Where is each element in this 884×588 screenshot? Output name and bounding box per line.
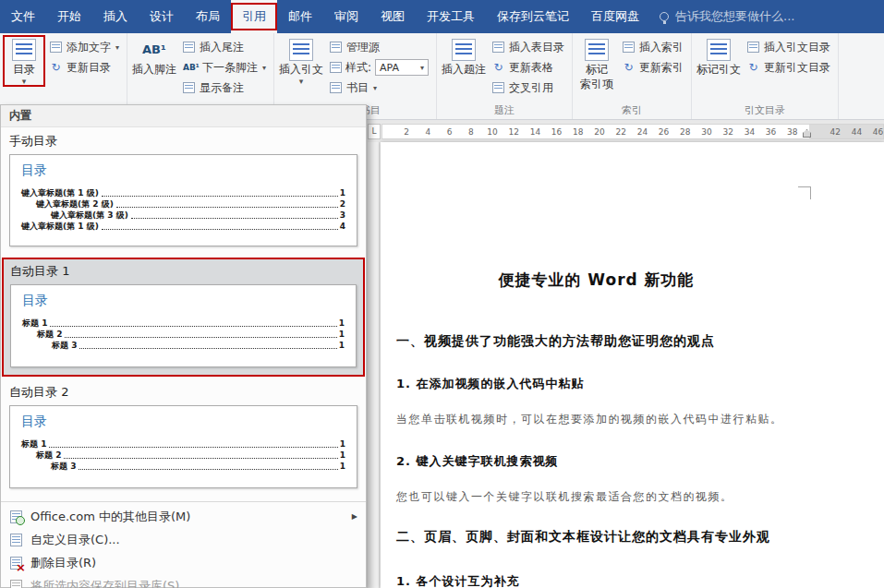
toc-entry-text: 键入章标题(第 2 级) [36, 198, 114, 210]
ribbon-tab[interactable]: 设计 [139, 0, 185, 33]
style-row: 样式: APA ▾ [325, 57, 433, 78]
insert-citation-icon [289, 39, 313, 61]
menu-item[interactable]: 删除目录(R) ▶ [1, 551, 366, 574]
ruler-number: 12 [508, 127, 518, 137]
menu-item-label: 将所选内容保存到目录库(S)... [30, 578, 191, 588]
insert-footnote-button[interactable]: AB¹ 插入脚注 [130, 35, 178, 78]
insert-caption-label: 插入题注 [442, 63, 486, 76]
ribbon-tab[interactable]: 保存到云笔记 [486, 0, 580, 33]
ruler-number: 32 [722, 127, 733, 137]
ruler-number: 6 [447, 127, 453, 137]
ribbon-tab[interactable]: 百度网盘 [580, 0, 650, 33]
document-heading-design: 二、页眉、页脚、封面和文本框设计让您的文档具有专业外观 [396, 529, 796, 546]
tell-me[interactable]: 告诉我您想要做什么... [660, 0, 794, 33]
refresh-icon: ↻ [492, 62, 504, 73]
ribbon-tab[interactable]: 插入 [92, 0, 139, 33]
ruler-number: 2 [404, 127, 409, 137]
update-toc-button[interactable]: ↻ 更新目录 [45, 57, 124, 78]
index-group-label: 索引 [573, 103, 691, 117]
document-body-paste: 当您单击联机视频时，可以在想要添加的视频的嵌入代码中进行粘贴。 [396, 412, 796, 427]
insert-table-of-figures-button[interactable]: 插入表目录 [488, 37, 569, 57]
menu-item[interactable]: 自定义目录(C)... ▶ [1, 528, 366, 551]
ruler-number: 8 [468, 127, 474, 137]
tab-stop-selector[interactable]: L [368, 124, 381, 139]
ribbon-tab-label: 文件 [11, 8, 35, 25]
ribbon-tab[interactable]: 开始 [46, 0, 92, 33]
toc-entry-text: 标题 2 [37, 329, 62, 340]
ribbon-tab[interactable]: 邮件 [277, 0, 323, 33]
style-icon [330, 62, 342, 73]
show-notes-button[interactable]: 显示备注 [178, 78, 271, 98]
manage-sources-button[interactable]: 管理源 [325, 37, 433, 57]
bibliography-button[interactable]: 书目 ▾ [325, 78, 433, 98]
insert-caption-button[interactable]: 插入题注 [440, 35, 488, 78]
update-table-of-authorities-button[interactable]: ↻ 更新引文目录 [743, 57, 835, 78]
document-body-search: 您也可以键入一个关键字以联机搜索最适合您的文档的视频。 [396, 489, 796, 505]
ribbon-tab[interactable]: 引用 [231, 0, 277, 33]
automatic-toc-2-option[interactable]: 自动目录 2 目录 标题 1 1 标题 2 1 [1, 378, 366, 498]
ribbon-tab-label: 引用 [242, 8, 266, 25]
toc-entry-text: 标题 2 [36, 450, 61, 461]
save-gallery-icon [10, 580, 22, 588]
ruler-number: 28 [680, 127, 690, 137]
ruler-number: 38 [787, 127, 797, 137]
toc-dot-leader [50, 326, 336, 327]
insert-table-of-authorities-button[interactable]: 插入引文目录 [743, 37, 835, 57]
automatic-toc-1-option[interactable]: 自动目录 1 目录 标题 1 1 标题 2 1 [2, 258, 365, 377]
table-of-authorities-group: 标记引文 插入引文目录 ↻ 更新引文目录 引文目录 [692, 33, 839, 119]
automatic-toc-1-preview: 目录 标题 1 1 标题 2 1 标 [10, 284, 357, 367]
mark-entry-button[interactable]: 标记 索引项 [575, 35, 618, 92]
endnote-icon [183, 42, 195, 53]
ribbon-tab-label: 开发工具 [427, 8, 475, 25]
toc-preview-heading: 目录 [21, 162, 345, 179]
document-title: 便捷专业的 Word 新功能 [396, 270, 796, 291]
ribbon-tab[interactable]: 开发工具 [416, 0, 486, 33]
insert-endnote-button[interactable]: 插入尾注 [178, 37, 271, 57]
citation-style-select[interactable]: APA ▾ [375, 59, 429, 76]
toc-preview-entry: 标题 1 1 [21, 438, 345, 450]
insert-citation-button[interactable]: 插入引文 ▾ [277, 35, 325, 87]
toc-button-label: 目录 [13, 63, 35, 76]
ruler-number: 24 [637, 127, 648, 137]
toc-preview-entry: 标题 2 1 [37, 329, 345, 340]
mark-citation-button[interactable]: 标记引文 [695, 35, 743, 78]
add-text-label: 添加文字 [67, 40, 111, 55]
office-toc-icon [10, 510, 22, 523]
horizontal-ruler[interactable]: 2468101214161820222426283032343638424446 [381, 124, 884, 139]
manual-toc-title: 手动目录 [9, 133, 357, 150]
ribbon-tab[interactable]: 审阅 [323, 0, 369, 33]
vertical-ruler [368, 142, 380, 588]
update-table-button[interactable]: ↻ 更新表格 [488, 57, 569, 78]
menu-item-label: 删除目录(R) [30, 555, 96, 571]
chevron-down-icon: ▾ [115, 43, 119, 52]
table-of-figures-icon [492, 42, 504, 53]
update-table-of-authorities-label: 更新引文目录 [764, 60, 830, 76]
index-group: 标记 索引项 插入索引 ↻ 更新索引 索引 [573, 33, 692, 119]
ribbon-tab-label: 插入 [103, 8, 127, 25]
next-footnote-button[interactable]: AB¹ 下一条脚注 ▾ [178, 57, 271, 78]
document-page[interactable]: 便捷专业的 Word 新功能 一、视频提供了功能强大的方法帮助您证明您的观点 1… [381, 142, 884, 588]
toc-preview-entry: 标题 3 1 [52, 340, 345, 351]
ribbon-tab[interactable]: 文件 [0, 0, 46, 33]
add-text-button[interactable]: 添加文字 ▾ [45, 37, 124, 57]
chevron-down-icon: ▾ [22, 78, 27, 85]
toc-button[interactable]: 目录 ▾ [3, 35, 45, 87]
table-of-authorities-icon [747, 42, 759, 53]
ribbon-tab[interactable]: 布局 [185, 0, 231, 33]
cross-reference-icon [492, 82, 504, 93]
insert-table-of-figures-label: 插入表目录 [509, 40, 564, 55]
insert-index-button[interactable]: 插入索引 [618, 37, 688, 57]
menu-item[interactable]: 将所选内容保存到目录库(S)... ▶ [1, 574, 366, 588]
toc-entry-text: 键入章标题(第 1 级) [21, 221, 99, 232]
update-index-button[interactable]: ↻ 更新索引 [618, 57, 688, 78]
manual-toc-option[interactable]: 手动目录 目录 键入章标题(第 1 级) 1 键入章标题(第 2 级) 2 [1, 127, 366, 256]
toc-dot-leader [116, 207, 338, 208]
menu-item[interactable]: Office.com 中的其他目录(M) ▶ [1, 505, 366, 528]
ribbon-tab-label: 百度网盘 [591, 8, 639, 25]
ruler-number: 34 [745, 127, 755, 137]
custom-toc-icon [10, 534, 22, 546]
cross-reference-button[interactable]: 交叉引用 [488, 78, 569, 98]
ruler-number: 20 [594, 127, 604, 137]
toc-entry-page: 1 [340, 450, 345, 461]
ribbon-tab[interactable]: 视图 [369, 0, 416, 33]
